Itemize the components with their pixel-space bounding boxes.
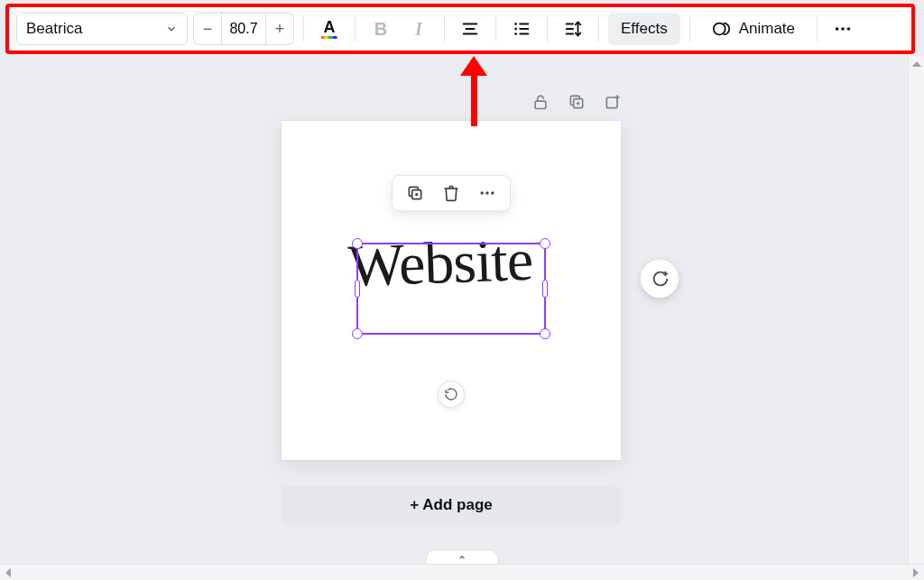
trash-icon <box>442 184 460 202</box>
more-horizontal-icon <box>478 184 496 202</box>
selection-bounding-box[interactable] <box>356 243 546 335</box>
bottom-panel-toggle[interactable] <box>426 549 498 564</box>
rainbow-underline-icon <box>321 36 337 39</box>
add-page-label: + Add page <box>410 496 492 514</box>
page-controls-row <box>531 92 623 112</box>
animate-button[interactable]: Animate <box>699 13 808 45</box>
effects-button[interactable]: Effects <box>608 13 680 45</box>
more-options-button[interactable] <box>827 13 859 45</box>
spacing-icon <box>563 19 583 39</box>
toolbar-divider <box>495 16 496 41</box>
font-size-stepper: − + <box>193 13 294 45</box>
duplicate-element-button[interactable] <box>405 183 425 203</box>
vertical-scrollbar[interactable] <box>908 56 924 564</box>
toolbar-divider <box>689 16 690 41</box>
toolbar-divider <box>598 16 599 41</box>
toolbar-divider <box>355 16 356 41</box>
font-family-dropdown[interactable]: Beatrica <box>16 13 188 45</box>
font-size-decrease-button[interactable]: − <box>194 14 221 44</box>
svg-point-12 <box>713 23 725 35</box>
svg-point-5 <box>514 32 517 35</box>
svg-rect-20 <box>606 97 617 108</box>
svg-point-13 <box>836 27 839 31</box>
horizontal-scrollbar[interactable] <box>0 564 924 580</box>
lock-page-button[interactable] <box>531 92 550 112</box>
text-color-icon: A <box>324 19 336 35</box>
chevron-up-icon <box>457 553 467 562</box>
unlock-icon <box>531 93 550 111</box>
resize-handle-left[interactable] <box>355 280 360 298</box>
add-page-icon-button[interactable] <box>603 92 623 112</box>
animate-label: Animate <box>739 20 795 38</box>
font-size-increase-button[interactable]: + <box>266 14 293 44</box>
resize-handle-tl[interactable] <box>352 238 363 249</box>
svg-point-14 <box>841 27 845 31</box>
chevron-down-icon <box>165 23 178 35</box>
bold-button[interactable]: B <box>365 13 397 45</box>
svg-point-26 <box>481 191 484 194</box>
svg-point-3 <box>514 23 517 25</box>
align-icon <box>460 19 480 39</box>
toolbar-divider <box>444 16 445 41</box>
svg-point-27 <box>485 191 488 194</box>
spacing-button[interactable] <box>557 13 589 45</box>
alignment-button[interactable] <box>454 13 486 45</box>
resize-handle-tr[interactable] <box>540 238 550 249</box>
italic-button[interactable]: I <box>402 13 435 45</box>
add-page-button[interactable]: + Add page <box>282 485 621 525</box>
add-page-icon <box>604 93 622 111</box>
text-color-button[interactable]: A <box>313 13 346 45</box>
copy-plus-icon <box>406 184 424 202</box>
italic-icon: I <box>415 19 422 40</box>
resize-handle-right[interactable] <box>542 280 548 298</box>
font-family-label: Beatrica <box>26 20 82 38</box>
effects-label: Effects <box>621 20 668 38</box>
delete-element-button[interactable] <box>441 183 461 203</box>
rotate-icon <box>444 387 458 401</box>
element-context-toolbar <box>392 175 511 211</box>
duplicate-icon <box>568 93 586 111</box>
animate-icon <box>712 19 732 39</box>
element-more-button[interactable] <box>477 183 497 203</box>
toolbar-divider <box>303 16 304 41</box>
text-toolbar: Beatrica − + A B I Effects Animate <box>9 7 911 51</box>
editor-stage: Website + Add page <box>0 58 924 562</box>
toolbar-divider <box>817 16 818 41</box>
bold-icon: B <box>374 19 387 40</box>
resize-handle-bl[interactable] <box>352 328 363 339</box>
rotate-handle[interactable] <box>438 381 465 408</box>
list-icon <box>512 19 531 39</box>
design-canvas[interactable]: Website <box>282 121 621 460</box>
svg-point-28 <box>491 191 494 194</box>
font-size-input[interactable] <box>221 14 266 44</box>
comment-plus-icon <box>650 269 670 289</box>
duplicate-page-button[interactable] <box>567 92 587 112</box>
resize-handle-br[interactable] <box>540 328 550 339</box>
comment-fab-button[interactable] <box>641 260 679 298</box>
list-button[interactable] <box>505 13 538 45</box>
more-horizontal-icon <box>833 19 853 39</box>
svg-rect-16 <box>535 101 546 108</box>
svg-point-4 <box>514 28 517 31</box>
svg-point-15 <box>847 27 851 31</box>
toolbar-divider <box>547 16 548 41</box>
